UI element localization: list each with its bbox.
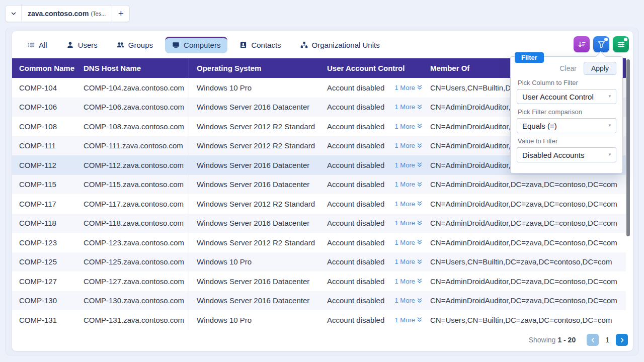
table-row[interactable]: COMP-131 COMP-131.zava.contoso.com Windo…	[12, 310, 626, 330]
filter-column-select[interactable]: User Account Control ▼	[517, 89, 616, 104]
next-page-button[interactable]	[616, 334, 628, 346]
cell-member-of: CN=AdminDroidAuditor,DC=zava,DC=contoso,…	[430, 219, 626, 227]
column-header-dns-host-name[interactable]: DNS Host Name	[84, 64, 189, 72]
previous-page-button[interactable]	[587, 334, 599, 346]
filter-popup: Filter Clear Apply Pick Column to Filter…	[510, 56, 623, 173]
double-chevron-down-icon	[417, 182, 422, 188]
double-chevron-down-icon	[417, 104, 422, 110]
table-row[interactable]: COMP-130 COMP-130.zava.contoso.com Windo…	[12, 291, 626, 311]
showing-range-value: 1 - 20	[557, 336, 576, 344]
settings-button[interactable]	[613, 36, 629, 52]
filter-comparison-select[interactable]: Equals (=) ▼	[517, 118, 616, 133]
more-values-label: 1 More	[395, 84, 415, 92]
filter-value-label: Value to Filter	[518, 137, 616, 145]
clear-filter-button[interactable]: Clear	[560, 64, 577, 72]
more-values-link[interactable]: 1 More	[395, 258, 422, 265]
vertical-scrollbar-track[interactable]	[626, 59, 630, 356]
cell-user-account-control: Account disabled	[327, 277, 384, 286]
tab-users[interactable]: Users	[59, 37, 105, 53]
cell-common-name: COMP-104	[12, 83, 84, 92]
double-chevron-down-icon	[417, 84, 422, 90]
more-values-link[interactable]: 1 More	[395, 103, 422, 111]
cell-member-of: CN=AdminDroidAuditor,DC=zava,DC=contoso,…	[430, 277, 626, 286]
vertical-scrollbar-thumb[interactable]	[626, 59, 630, 236]
more-values-link[interactable]: 1 More	[395, 278, 422, 285]
tab-groups[interactable]: Groups	[110, 37, 160, 53]
tab-contacts[interactable]: Contacts	[232, 37, 288, 53]
cell-member-of: CN=AdminDroidAuditor,DC=zava,DC=contoso,…	[430, 180, 626, 189]
showing-range-text: Showing1 - 20	[529, 336, 576, 344]
more-values-label: 1 More	[395, 180, 415, 188]
double-chevron-down-icon	[417, 162, 422, 168]
double-chevron-down-icon	[417, 278, 422, 284]
more-values-link[interactable]: 1 More	[395, 316, 422, 324]
add-tab-button[interactable]: +	[112, 6, 129, 22]
select-caret-icon: ▼	[608, 152, 612, 157]
user-icon	[66, 41, 74, 49]
cell-dns-host-name: COMP-131.zava.contoso.com	[84, 316, 189, 324]
computer-icon	[172, 41, 180, 49]
table-row[interactable]: COMP-123 COMP-123.zava.contoso.com Windo…	[12, 233, 626, 252]
more-values-link[interactable]: 1 More	[395, 180, 422, 188]
more-values-link[interactable]: 1 More	[395, 84, 422, 92]
cell-common-name: COMP-123	[12, 238, 84, 247]
cell-dns-host-name: COMP-117.zava.contoso.com	[84, 200, 189, 208]
cell-dns-host-name: COMP-108.zava.contoso.com	[84, 122, 189, 131]
filter-button[interactable]	[593, 36, 609, 52]
cell-dns-host-name: COMP-118.zava.contoso.com	[84, 219, 189, 227]
cell-user-account-control: Account disabled	[327, 238, 384, 247]
table-row[interactable]: COMP-118 COMP-118.zava.contoso.com Windo…	[12, 214, 626, 233]
popup-caret	[596, 51, 606, 61]
domain-tab[interactable]: zava.contoso.com (Tes...	[22, 6, 112, 22]
cell-user-account-control: Account disabled	[327, 257, 384, 266]
filter-comparison-value: Equals (=)	[522, 122, 557, 130]
table-row[interactable]: COMP-117 COMP-117.zava.contoso.com Windo…	[12, 194, 626, 214]
current-page-number: 1	[605, 336, 609, 344]
more-values-link[interactable]: 1 More	[395, 219, 422, 227]
cell-user-account-control: Account disabled	[327, 83, 384, 92]
filter-active-dot	[604, 38, 608, 41]
cell-dns-host-name: COMP-112.zava.contoso.com	[84, 161, 189, 169]
filter-column-value: User Account Control	[522, 93, 594, 101]
table-row[interactable]: COMP-115 COMP-115.zava.contoso.com Windo…	[12, 175, 626, 195]
tab-computers[interactable]: Computers	[165, 37, 227, 53]
tab-groups-label: Groups	[128, 41, 153, 49]
cell-member-of: CN=AdminDroidAuditor,DC=zava,DC=contoso,…	[430, 238, 626, 247]
cell-operating-system: Windows 10 Pro	[189, 310, 327, 330]
tab-all[interactable]: All	[20, 37, 54, 53]
workspace-dropdown-button[interactable]	[6, 6, 22, 22]
double-chevron-down-icon	[417, 259, 422, 265]
more-values-link[interactable]: 1 More	[395, 239, 422, 246]
plus-icon: +	[118, 8, 124, 19]
filter-value-select[interactable]: Disabled Accounts ▼	[517, 147, 616, 162]
cell-dns-host-name: COMP-115.zava.contoso.com	[84, 180, 189, 189]
table-row[interactable]: COMP-125 COMP-125.zava.contoso.com Windo…	[12, 252, 626, 272]
contact-card-icon	[239, 41, 247, 49]
select-caret-icon: ▼	[608, 94, 612, 99]
table-row[interactable]: COMP-127 COMP-127.zava.contoso.com Windo…	[12, 272, 626, 291]
settings-active-dot	[624, 38, 627, 41]
main-card: All Users Groups Computers Contacts Orga…	[12, 31, 633, 351]
more-values-link[interactable]: 1 More	[395, 200, 422, 208]
list-icon	[27, 41, 35, 49]
column-header-user-account-control[interactable]: User Account Control	[327, 64, 430, 72]
tab-organizational-units[interactable]: Organizational Units	[293, 37, 387, 53]
cell-user-account-control: Account disabled	[327, 161, 384, 169]
cell-operating-system: Windows Server 2016 Datacenter	[189, 98, 327, 117]
cell-user-account-control: Account disabled	[327, 296, 384, 305]
cell-user-account-control: Account disabled	[327, 200, 384, 208]
cell-common-name: COMP-125	[12, 257, 84, 266]
more-values-link[interactable]: 1 More	[395, 297, 422, 304]
column-header-operating-system[interactable]: Operating System	[189, 58, 327, 78]
cell-dns-host-name: COMP-111.zava.contoso.com	[84, 141, 189, 150]
apply-filter-button[interactable]: Apply	[584, 62, 616, 75]
more-values-link[interactable]: 1 More	[395, 123, 422, 130]
chevron-down-icon	[10, 10, 17, 17]
more-values-link[interactable]: 1 More	[395, 142, 422, 149]
column-header-common-name[interactable]: Common Name	[12, 64, 84, 72]
sliders-icon	[617, 40, 625, 49]
cell-operating-system: Windows 10 Pro	[189, 78, 327, 98]
object-type-tabs: All Users Groups Computers Contacts Orga…	[20, 35, 568, 54]
more-values-link[interactable]: 1 More	[395, 161, 422, 169]
sort-button[interactable]	[574, 36, 590, 52]
